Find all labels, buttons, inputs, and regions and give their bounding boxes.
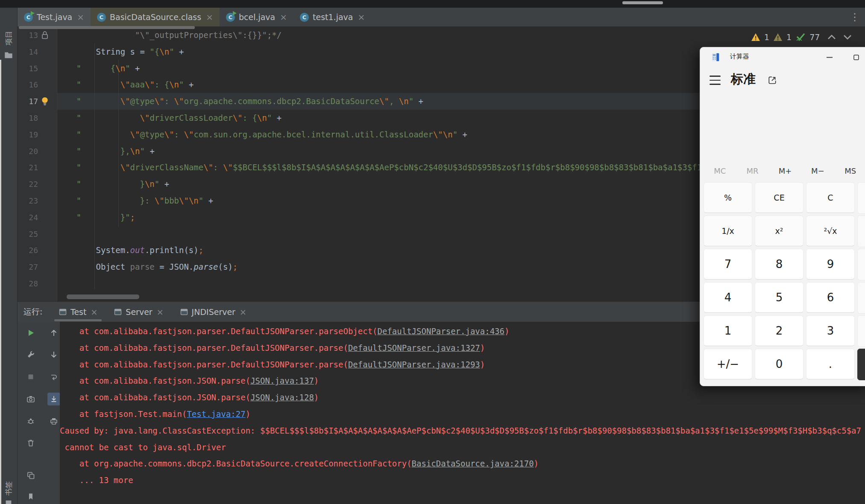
digit-2-button[interactable]: 2: [755, 315, 803, 346]
digit-4-button[interactable]: 4: [704, 282, 752, 313]
run-tab[interactable]: Test×: [57, 302, 99, 322]
memory-mminus-button[interactable]: M−: [801, 163, 834, 179]
code-segment: +: [174, 47, 184, 56]
stack-frame-link[interactable]: DefaultJSONParser.java:1293: [348, 360, 480, 369]
kebab-menu-icon[interactable]: ⋮: [850, 11, 860, 23]
code-segment: \": [164, 130, 174, 139]
bookmark-icon[interactable]: [4, 499, 13, 504]
calculator-titlebar[interactable]: 计算器: [700, 47, 865, 67]
sidebar-item-project[interactable]: 项目: [4, 30, 14, 47]
close-icon[interactable]: ×: [358, 12, 365, 22]
stop-button[interactable]: [24, 370, 37, 383]
digit-0-button[interactable]: 0: [755, 349, 803, 379]
line-number: 23: [18, 192, 38, 209]
code-segment: ": [155, 179, 159, 189]
pin-button[interactable]: [24, 490, 37, 503]
close-icon[interactable]: ×: [157, 307, 164, 317]
tab-label: BasicDataSource.class: [110, 12, 201, 22]
code-segment: " }: [76, 179, 145, 189]
divide-button[interactable]: [857, 182, 865, 214]
inspections-widget[interactable]: 1 1 77: [751, 31, 852, 44]
line-number: 22: [18, 176, 38, 192]
sidebar-item-bookmarks[interactable]: 书签: [4, 480, 14, 497]
close-icon[interactable]: ×: [91, 307, 97, 317]
code-segment: [57, 130, 76, 139]
memory-mplus-button[interactable]: M+: [769, 163, 801, 179]
code-segment: \": [120, 96, 130, 106]
code-segment: \n: [115, 64, 125, 73]
editor-tab[interactable]: Cbcel.java×: [220, 8, 293, 26]
close-icon[interactable]: ×: [206, 12, 213, 22]
code-segment: :: [164, 96, 174, 106]
close-icon[interactable]: ×: [240, 307, 246, 317]
memory-ms-button[interactable]: MS: [834, 163, 865, 179]
stack-trace-line: at fastjson.Test.main(Test.java:27): [60, 406, 865, 422]
digit-7-button[interactable]: 7: [704, 249, 752, 280]
stack-frame-link[interactable]: DefaultJSONParser.java:436: [378, 326, 504, 336]
calculator-mode-title: 标准: [731, 71, 756, 88]
equals-button[interactable]: [857, 349, 865, 380]
code-segment: \": [233, 113, 243, 122]
printer-button[interactable]: [47, 415, 60, 428]
layout-button[interactable]: [24, 469, 37, 482]
maximize-button[interactable]: [850, 51, 862, 64]
add-button[interactable]: [857, 315, 865, 347]
close-icon[interactable]: ×: [77, 12, 84, 22]
run-tabs: Test×Server×JNDIServer×: [57, 302, 248, 322]
bug-button[interactable]: [24, 415, 37, 428]
code-segment: +: [159, 179, 169, 189]
negate-button[interactable]: +/−: [704, 349, 752, 379]
editor-tab[interactable]: Ctest1.java×: [293, 8, 371, 26]
horizontal-scrollbar-thumb[interactable]: [67, 294, 139, 299]
editor-tab[interactable]: CTest.java×: [18, 8, 91, 26]
digit-9-button[interactable]: 9: [806, 249, 855, 280]
clear-button[interactable]: C: [806, 182, 855, 213]
square-root-button[interactable]: ²√x: [806, 216, 855, 246]
decimal-button[interactable]: .: [806, 349, 855, 379]
trash-button[interactable]: [24, 437, 37, 449]
up-button[interactable]: [47, 326, 60, 339]
run-tab[interactable]: JNDIServer×: [178, 302, 248, 322]
folder-icon[interactable]: [4, 50, 13, 60]
stack-frame-link[interactable]: BasicDataSource.java:2170: [412, 459, 534, 468]
camera-button[interactable]: [24, 393, 37, 405]
intention-bulb-icon[interactable]: [40, 96, 50, 106]
digit-3-button[interactable]: 3: [806, 315, 855, 346]
wrench-button[interactable]: [24, 348, 37, 361]
hamburger-menu-icon[interactable]: [710, 76, 721, 85]
line-number: 27: [18, 259, 38, 275]
add-button[interactable]: [857, 282, 865, 314]
keep-on-top-icon[interactable]: [768, 76, 777, 85]
code-segment: ": [76, 130, 130, 139]
digit-6-button[interactable]: 6: [806, 282, 855, 313]
percent-button[interactable]: %: [704, 182, 752, 213]
reciprocal-button[interactable]: 1/x: [704, 216, 752, 246]
digit-1-button[interactable]: 1: [704, 315, 752, 346]
jump-button[interactable]: [47, 370, 60, 383]
stack-frame-link[interactable]: DefaultJSONParser.java:1327: [348, 343, 480, 353]
stack-frame-link[interactable]: Test.java:27: [187, 409, 245, 419]
stack-frame-link[interactable]: JSON.java:128: [250, 393, 314, 402]
chevron-down-icon[interactable]: [843, 34, 852, 40]
minimize-button[interactable]: [823, 51, 836, 64]
clear-entry-button[interactable]: CE: [755, 182, 803, 213]
code-segment: \n: [169, 80, 179, 89]
subtract-button[interactable]: [857, 249, 865, 280]
stack-frame-link[interactable]: JSON.java:137: [250, 376, 314, 385]
digit-8-button[interactable]: 8: [755, 249, 803, 280]
square-button[interactable]: x²: [755, 216, 803, 246]
editor-tab[interactable]: CBasicDataSource.class×: [91, 8, 220, 26]
down-button[interactable]: [47, 348, 60, 361]
digit-5-button[interactable]: 5: [755, 282, 803, 313]
scroll-end-button[interactable]: [47, 393, 60, 405]
code-segment: \": [145, 80, 155, 89]
code-segment: "{: [150, 47, 159, 56]
rerun-button[interactable]: [24, 326, 37, 339]
multiply-button[interactable]: [857, 216, 865, 247]
chevron-up-icon[interactable]: [827, 34, 836, 40]
run-tab[interactable]: Server×: [112, 302, 165, 322]
close-icon[interactable]: ×: [280, 12, 287, 22]
code-segment: ;: [130, 213, 135, 222]
tab-scrollbar[interactable]: [19, 26, 195, 29]
code-segment: parse: [130, 262, 155, 271]
